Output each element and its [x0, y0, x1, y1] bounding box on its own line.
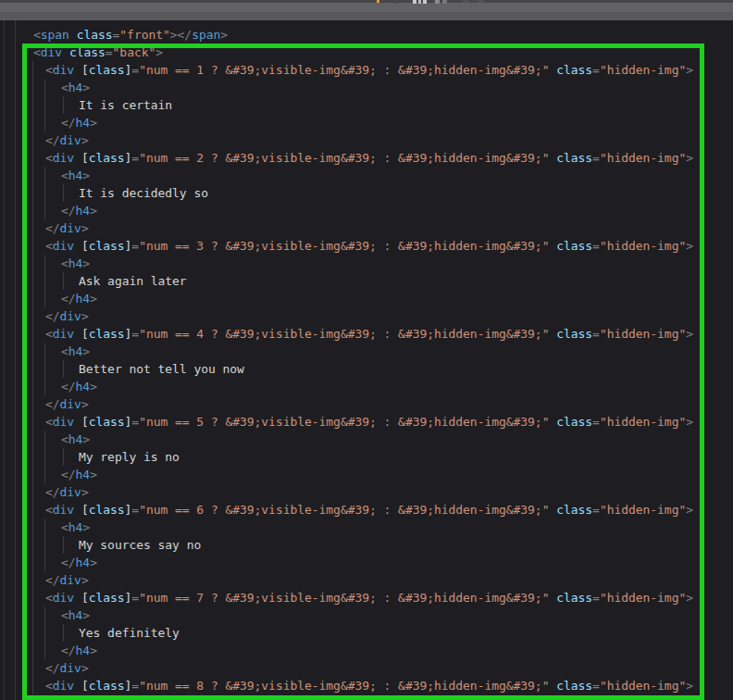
code-token: >	[81, 309, 89, 323]
code-token: class	[89, 503, 125, 517]
code-token: <	[61, 344, 68, 358]
code-line[interactable]: Better not tell you now	[0, 360, 733, 378]
indent-guide	[32, 167, 33, 184]
code-line[interactable]: <h4>	[0, 343, 733, 360]
indent-guide	[32, 501, 33, 519]
code-line[interactable]: <div [class]="num == 4 ? &#39;visible-im…	[0, 325, 733, 343]
code-line[interactable]: </div>	[0, 307, 733, 325]
code-token: "hidden-img"	[600, 679, 686, 693]
code-line[interactable]: </div>	[0, 571, 733, 589]
screenshot-root: <span class="front"></span><div class="b…	[0, 0, 733, 700]
code-line[interactable]: <span class="front"></span>	[0, 26, 733, 44]
code-token: >	[82, 169, 90, 182]
code-token: "hidden-img"	[600, 415, 686, 429]
code-line[interactable]: </h4>	[0, 642, 733, 659]
code-token: </	[45, 661, 60, 675]
code-line[interactable]: It is certain	[0, 96, 733, 114]
indent-guide	[32, 272, 33, 290]
code-token: div	[60, 397, 81, 411]
code-line[interactable]: </h4>	[0, 202, 733, 219]
indent-guide	[44, 96, 45, 114]
code-line[interactable]: </h4>	[0, 378, 733, 395]
code-line[interactable]: </div>	[0, 483, 733, 501]
indent-guide	[32, 624, 33, 642]
code-line[interactable]: </div>	[0, 219, 733, 237]
code-token: >	[82, 81, 90, 94]
code-line[interactable]: </h4>	[0, 466, 733, 483]
code-token: =	[592, 63, 600, 77]
indent-guide	[44, 642, 45, 659]
code-line[interactable]: </div>	[0, 659, 733, 677]
code-token: =	[106, 45, 113, 59]
code-token: div	[60, 221, 81, 235]
code-token: It is decidedly so	[79, 186, 208, 200]
code-line[interactable]: <h4>	[0, 79, 733, 96]
code-token: >	[81, 133, 89, 147]
indent-guide	[44, 536, 45, 554]
indent-guide	[44, 343, 45, 360]
code-line[interactable]: <div class="back">	[0, 44, 733, 61]
code-line[interactable]: <div [class]="num == 8 ? &#39;visible-im…	[0, 677, 733, 694]
code-line[interactable]: </h4>	[0, 114, 733, 131]
code-token: [	[81, 239, 89, 253]
code-line[interactable]: <div [class]="num == 5 ? &#39;visible-im…	[0, 413, 733, 431]
code-token	[74, 591, 81, 605]
code-token: >	[686, 151, 693, 165]
code-token: It is certain	[79, 98, 172, 112]
code-token: "hidden-img"	[600, 239, 686, 253]
code-token: My reply is no	[79, 450, 180, 464]
dark-icon-fragment	[478, 0, 484, 3]
code-line[interactable]: My sources say no	[0, 536, 733, 554]
code-token: div	[53, 591, 74, 605]
code-line[interactable]: <div [class]="num == 2 ? &#39;visible-im…	[0, 149, 733, 167]
code-token: <	[61, 608, 68, 622]
code-token: >	[90, 380, 97, 394]
indent-guide	[44, 554, 45, 571]
indent-guide	[32, 61, 33, 79]
code-token: >	[90, 468, 97, 481]
code-token: h4	[76, 380, 91, 394]
code-line[interactable]: </h4>	[0, 290, 733, 307]
indent-guide	[32, 96, 33, 114]
code-line[interactable]: <div [class]="num == 3 ? &#39;visible-im…	[0, 237, 733, 255]
indent-guide	[32, 290, 33, 307]
code-token: div	[60, 485, 81, 499]
code-token: div	[53, 679, 74, 693]
code-line[interactable]: <div [class]="num == 7 ? &#39;visible-im…	[0, 589, 733, 606]
code-line[interactable]: It is decidedly so	[0, 184, 733, 202]
code-token: class	[89, 591, 125, 605]
code-token: class	[89, 151, 125, 165]
code-line[interactable]: <div [class]="num == 6 ? &#39;visible-im…	[0, 501, 733, 519]
code-token: "hidden-img"	[600, 151, 686, 165]
code-token: <	[33, 28, 41, 42]
code-token: "hidden-img"	[600, 503, 686, 517]
code-token: h4	[68, 432, 83, 446]
code-token: >	[686, 239, 693, 253]
code-token: =	[131, 591, 139, 605]
code-editor[interactable]: <span class="front"></span><div class="b…	[0, 20, 733, 700]
code-line[interactable]: <div [class]="num == 1 ? &#39;visible-im…	[0, 61, 733, 79]
code-token: >	[90, 644, 97, 657]
code-line[interactable]: <h4>	[0, 167, 733, 184]
code-token: "hidden-img"	[600, 327, 686, 341]
code-token: >	[686, 503, 693, 517]
code-line[interactable]: <h4>	[0, 519, 733, 536]
code-token: >	[686, 415, 693, 429]
code-line[interactable]: </h4>	[0, 554, 733, 571]
code-line[interactable]: </div>	[0, 395, 733, 413]
code-line[interactable]: Yes definitely	[0, 624, 733, 642]
code-token: =	[131, 503, 139, 517]
code-line[interactable]: </div>	[0, 131, 733, 149]
code-token: div	[60, 309, 81, 323]
code-line[interactable]: <h4>	[0, 255, 733, 272]
code-token: >	[90, 292, 97, 306]
indent-guide	[32, 677, 33, 694]
code-line[interactable]: <h4>	[0, 431, 733, 448]
code-line[interactable]: Ask again later	[0, 272, 733, 290]
code-line[interactable]: My reply is no	[0, 448, 733, 466]
indent-guide	[44, 79, 45, 96]
code-token: </	[45, 397, 60, 411]
code-token: =	[131, 151, 139, 165]
indent-guide	[32, 114, 33, 131]
code-line[interactable]: <h4>	[0, 606, 733, 624]
